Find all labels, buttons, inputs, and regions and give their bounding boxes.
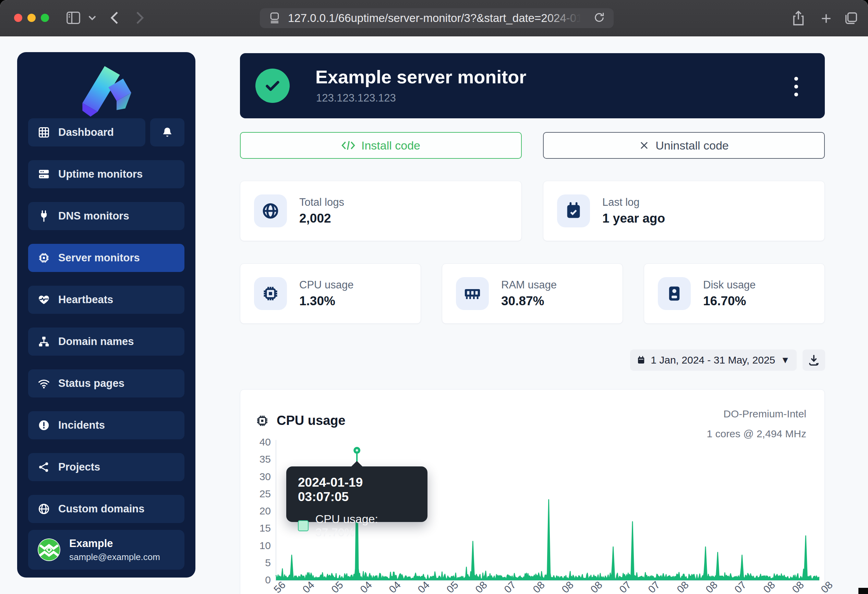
- sidebar-toggle-icon[interactable]: [66, 11, 81, 25]
- sidebar: Dashboard Uptime monitors DNS monitors S…: [17, 52, 195, 578]
- date-range-picker[interactable]: 1 Jan, 2024 - 31 May, 2025 ▼: [630, 349, 797, 371]
- y-tick-label: 10: [219, 540, 271, 551]
- y-tick-label: 15: [219, 522, 271, 534]
- stat-card-total-logs: Total logs 2,002: [240, 181, 522, 241]
- sidebar-nav: Dashboard Uptime monitors DNS monitors S…: [28, 118, 185, 565]
- profile-email: sample@example.com: [69, 552, 160, 563]
- sidebar-item-label: Dashboard: [58, 126, 114, 139]
- back-button[interactable]: [109, 11, 120, 25]
- stat-value: 16.70%: [703, 294, 756, 308]
- more-options-button[interactable]: [788, 73, 804, 100]
- alert-circle-icon: [38, 419, 50, 431]
- x-icon: [639, 140, 649, 151]
- sidebar-item-projects[interactable]: Projects: [28, 453, 185, 481]
- browser-titlebar: 127.0.0.1/66uptime/server-monitor/3?&sta…: [0, 0, 868, 36]
- app-logo: [17, 62, 195, 120]
- corner-widget: [858, 588, 868, 594]
- stat-label: Disk usage: [703, 279, 756, 291]
- sidebar-item-label: Uptime monitors: [58, 168, 143, 180]
- calendar-check-icon: [565, 202, 582, 220]
- download-icon: [807, 354, 820, 366]
- tab-overview-icon[interactable]: [844, 11, 858, 25]
- globe-icon: [38, 503, 50, 515]
- sidebar-row: Custom domains: [28, 495, 185, 523]
- forward-button[interactable]: [134, 11, 145, 25]
- notifications-button[interactable]: [150, 118, 185, 146]
- stat-card-cpu-usage: CPU usage 1.30%: [240, 263, 421, 324]
- share-icon[interactable]: [791, 10, 806, 26]
- chip-solid-icon: [254, 277, 287, 310]
- bell-icon: [161, 126, 173, 139]
- alert-circle-icon: [38, 419, 50, 431]
- stat-card-disk-usage: Disk usage 16.70%: [644, 263, 825, 324]
- avatar: [38, 538, 61, 561]
- sidebar-row: DNS monitors: [28, 202, 185, 230]
- caret-down-icon: ▼: [781, 355, 790, 366]
- sidebar-item-label: Domain names: [58, 335, 134, 348]
- sidebar-item-label: Projects: [58, 461, 100, 473]
- sidebar-item-label: Heartbeats: [58, 294, 113, 306]
- new-tab-icon[interactable]: [820, 12, 833, 25]
- grid-icon: [38, 126, 50, 139]
- stat-label: Total logs: [299, 196, 344, 208]
- browser-window: 127.0.0.1/66uptime/server-monitor/3?&sta…: [0, 0, 868, 594]
- heart-pulse-icon: [38, 294, 50, 306]
- sidebar-item-dns-monitors[interactable]: DNS monitors: [28, 202, 185, 230]
- sidebar-row: Uptime monitors: [28, 160, 185, 188]
- tooltip-value: CPU usage: 37.70%: [315, 513, 416, 539]
- y-tick-label: 5: [219, 557, 271, 569]
- download-button[interactable]: [803, 349, 825, 371]
- install-code-button[interactable]: Install code: [240, 132, 522, 159]
- profile-card[interactable]: Example sample@example.com: [28, 530, 185, 570]
- y-tick-label: 0: [219, 574, 271, 586]
- sidebar-row: Dashboard: [28, 118, 185, 146]
- minimize-window-button[interactable]: [27, 14, 35, 22]
- plug-icon: [38, 210, 50, 222]
- sidebar-item-heartbeats[interactable]: Heartbeats: [28, 286, 185, 314]
- sidebar-item-uptime-monitors[interactable]: Uptime monitors: [28, 160, 185, 188]
- sidebar-item-status-pages[interactable]: Status pages: [28, 369, 185, 397]
- memory-icon: [464, 285, 481, 303]
- sidebar-item-dashboard[interactable]: Dashboard: [28, 118, 145, 146]
- server-icon: [38, 168, 50, 180]
- globe-solid-icon: [254, 195, 287, 228]
- monitor-ip: 123.123.123.123: [316, 92, 396, 104]
- y-tick-label: 40: [219, 436, 271, 448]
- wifi-icon: [38, 377, 50, 390]
- stat-label: CPU usage: [299, 279, 354, 291]
- status-up-icon: [255, 69, 290, 103]
- sidebar-row: Server monitors: [28, 244, 185, 272]
- url-text[interactable]: 127.0.0.1/66uptime/server-monitor/3?&sta…: [288, 12, 583, 25]
- sidebar-item-label: Incidents: [58, 419, 105, 431]
- chevron-down-icon[interactable]: [89, 15, 96, 21]
- sitemap-icon: [38, 335, 50, 348]
- reload-icon[interactable]: [593, 11, 605, 25]
- reader-view-icon[interactable]: [269, 12, 280, 25]
- y-tick-label: 25: [219, 488, 271, 500]
- sidebar-item-label: Status pages: [58, 377, 124, 390]
- code-icon: [341, 140, 355, 151]
- zoom-window-button[interactable]: [41, 14, 49, 22]
- y-tick-label: 30: [219, 471, 271, 483]
- server-specs: 1 cores @ 2,494 MHz: [707, 428, 806, 440]
- sidebar-item-label: Custom domains: [58, 503, 144, 515]
- grid-icon: [38, 126, 50, 139]
- stat-card-last-log: Last log 1 year ago: [543, 181, 825, 241]
- close-window-button[interactable]: [14, 14, 22, 22]
- stat-label: RAM usage: [501, 279, 557, 291]
- sidebar-item-domain-names[interactable]: Domain names: [28, 328, 185, 356]
- share-nodes-icon: [38, 461, 50, 473]
- sidebar-row: Incidents: [28, 411, 185, 439]
- uninstall-code-button[interactable]: Uninstall code: [543, 132, 825, 159]
- share-nodes-icon: [38, 461, 50, 473]
- sidebar-item-custom-domains[interactable]: Custom domains: [28, 495, 185, 523]
- wifi-icon: [38, 377, 50, 390]
- heart-pulse-icon: [38, 294, 50, 306]
- sidebar-item-server-monitors[interactable]: Server monitors: [28, 244, 185, 272]
- sidebar-item-incidents[interactable]: Incidents: [28, 411, 185, 439]
- sidebar-row: Projects: [28, 453, 185, 481]
- hard-drive-icon: [666, 285, 683, 303]
- address-bar[interactable]: 127.0.0.1/66uptime/server-monitor/3?&sta…: [260, 8, 614, 28]
- sitemap-icon: [38, 335, 50, 348]
- date-range-label: 1 Jan, 2024 - 31 May, 2025: [651, 354, 775, 366]
